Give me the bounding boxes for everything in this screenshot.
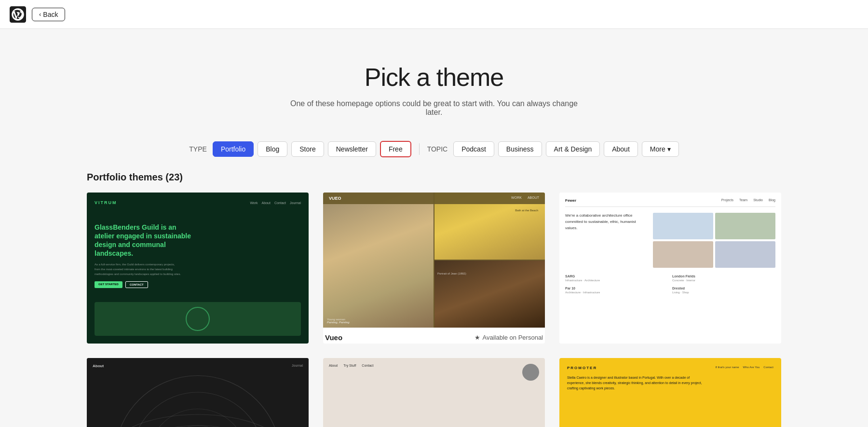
theme-preview-dark: About Journal <box>87 358 309 427</box>
theme-card-dossier[interactable]: About Try Stuff Contact DOSSIER <box>323 358 545 427</box>
hero-subtitle: One of these homepage options could be g… <box>289 99 579 117</box>
back-button[interactable]: ‹ Back <box>32 8 65 21</box>
dark-preview-svg <box>87 358 309 427</box>
theme-card-vueo[interactable]: VUEO WORK ABOUT Young woman Painting, Pa… <box>323 193 545 344</box>
page-title: Pick a theme <box>10 63 858 92</box>
topbar: ‹ Back <box>0 0 868 29</box>
theme-preview-fewer: Fewer Projects Team Studio Blog We're a … <box>559 193 781 344</box>
back-label: Back <box>43 11 58 18</box>
theme-card-dark[interactable]: About Journal <box>87 358 309 427</box>
vueo-badge: ★ Available on Personal <box>475 334 543 341</box>
theme-preview-vueo: VUEO WORK ABOUT Young woman Painting, Pa… <box>323 193 545 328</box>
theme-card-fewer[interactable]: Fewer Projects Team Studio Blog We're a … <box>559 193 781 344</box>
fewer-nav: Fewer Projects Team Studio Blog <box>565 198 775 207</box>
theme-card-promoter[interactable]: PROMOTER If that's your name Who Are You… <box>559 358 781 427</box>
filter-newsletter[interactable]: Newsletter <box>328 141 376 157</box>
vueo-footer: Vueo ★ Available on Personal <box>323 328 545 344</box>
vueo-nav: VUEO WORK ABOUT <box>323 193 545 204</box>
filter-podcast[interactable]: Podcast <box>453 141 494 157</box>
vueo-portrait-main: Young woman Painting, Painting <box>323 193 434 328</box>
hero-section: Pick a theme One of these homepage optio… <box>0 39 868 131</box>
more-label: More <box>650 145 665 153</box>
main-content: Pick a theme One of these homepage optio… <box>0 0 868 427</box>
chevron-left-icon: ‹ <box>39 11 41 18</box>
vitrum-logo: VITRUM <box>95 200 117 205</box>
filter-art-design[interactable]: Art & Design <box>546 141 600 157</box>
filter-bar: TYPE Portfolio Blog Store Newsletter Fre… <box>0 131 868 172</box>
vitrum-nav: Work About Contact Journal <box>250 201 301 205</box>
section-title: Portfolio themes (23) <box>87 172 781 183</box>
filter-divider <box>419 143 420 155</box>
wordpress-logo <box>10 6 26 23</box>
filter-business[interactable]: Business <box>498 141 542 157</box>
filter-blog[interactable]: Blog <box>258 141 287 157</box>
section-header: Portfolio themes (23) <box>48 172 820 193</box>
filter-store[interactable]: Store <box>291 141 324 157</box>
filter-portfolio[interactable]: Portfolio <box>213 141 254 157</box>
filter-free[interactable]: Free <box>380 141 411 157</box>
vitrum-hero: GlassBenders Guild is an atelier engaged… <box>95 215 301 296</box>
chevron-down-icon: ▾ <box>667 145 671 153</box>
type-label: TYPE <box>189 145 207 153</box>
filter-about[interactable]: About <box>604 141 638 157</box>
dossier-avatar <box>522 364 539 381</box>
theme-preview-vitrum: VITRUM Work About Contact Journal GlassB… <box>87 193 309 344</box>
theme-grid: VITRUM Work About Contact Journal GlassB… <box>48 193 820 427</box>
vueo-portrait2: Portrait of Jean (1892) <box>434 261 545 328</box>
star-icon-vueo: ★ <box>475 334 480 341</box>
theme-preview-promoter: PROMOTER If that's your name Who Are You… <box>559 358 781 427</box>
filter-more[interactable]: More ▾ <box>642 141 679 157</box>
theme-card-vitrum[interactable]: VITRUM Work About Contact Journal GlassB… <box>87 193 309 344</box>
theme-preview-dossier: About Try Stuff Contact DOSSIER <box>323 358 545 427</box>
vueo-name: Vueo <box>325 333 342 342</box>
topic-label: TOPIC <box>427 145 448 153</box>
